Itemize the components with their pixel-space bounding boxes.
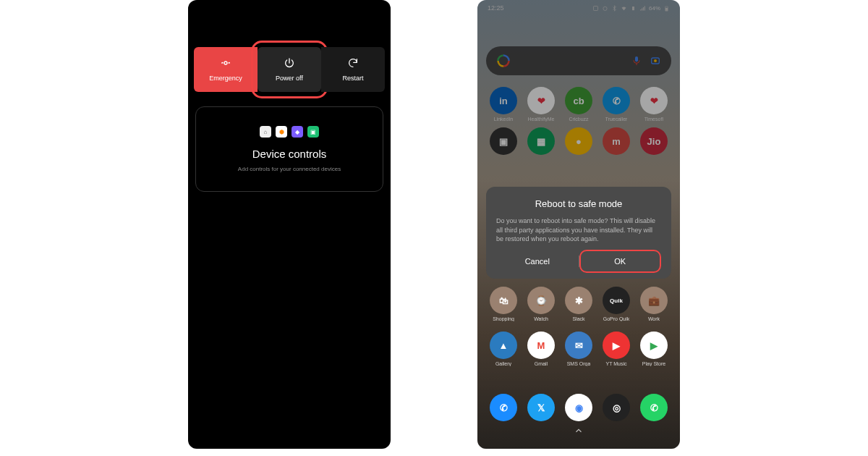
app-icon: ⌚ <box>527 287 555 314</box>
svg-rect-3 <box>632 6 634 9</box>
app-icon: ✱ <box>565 287 592 314</box>
app-label: Gallery <box>495 361 511 366</box>
svg-point-2 <box>603 7 607 10</box>
app-row-4: ▲GalleryMGmail✉SMS Orga▶YT Music▶Play St… <box>477 329 680 369</box>
status-indicators: 64% <box>592 5 670 12</box>
bluetooth-icon <box>611 5 618 12</box>
restart-label: Restart <box>342 75 363 82</box>
battery-icon <box>663 5 670 12</box>
app-item[interactable]: m <box>597 127 635 157</box>
dc-icon-3: ◆ <box>292 126 303 138</box>
svg-point-12 <box>654 59 657 62</box>
app-item[interactable]: ❤HealthifyMe <box>522 87 560 122</box>
dialog-body: Do you want to reboot into safe mode? Th… <box>496 216 661 244</box>
svg-rect-1 <box>593 6 597 10</box>
restart-icon <box>347 57 359 70</box>
app-label: Work <box>648 316 660 321</box>
svg-rect-5 <box>665 7 668 10</box>
app-icon: Jio <box>640 127 668 155</box>
app-icon: cb <box>565 87 592 114</box>
ok-button[interactable]: OK <box>579 250 662 273</box>
dock: ✆𝕏◉◎✆ <box>477 394 680 421</box>
app-item[interactable]: ● <box>560 127 597 157</box>
safe-mode-dialog: Reboot to safe mode Do you want to reboo… <box>486 187 671 279</box>
app-label: GoPro Quik <box>603 316 630 321</box>
app-label: TimesofI <box>644 117 664 122</box>
app-item[interactable]: ✉SMS Orga <box>560 332 597 366</box>
app-item[interactable]: QuikGoPro Quik <box>597 287 635 321</box>
dock-app-camera[interactable]: ◎ <box>603 394 630 421</box>
app-label: SMS Orga <box>567 361 591 366</box>
app-item[interactable]: ▦ <box>522 127 560 157</box>
app-label: Cricbuzz <box>569 117 588 122</box>
app-icon: ▦ <box>527 127 555 155</box>
app-icon: ▶ <box>603 332 630 359</box>
app-row-3: 🛍Shopping⌚Watch✱SlackQuikGoPro Quik💼Work <box>477 284 680 324</box>
device-controls-card[interactable]: ⌂ ⬢ ◆ ▣ Device controls Add controls for… <box>195 106 383 192</box>
app-item[interactable]: ▣ <box>485 127 522 157</box>
app-item[interactable]: ❤TimesofI <box>635 87 673 122</box>
app-item[interactable]: Jio <box>635 127 673 157</box>
status-time: 12:25 <box>488 4 504 12</box>
svg-point-0 <box>224 62 227 64</box>
device-controls-title: Device controls <box>203 148 375 160</box>
mic-icon[interactable] <box>631 55 642 67</box>
app-icon: ✉ <box>565 332 592 359</box>
dock-app-twitter[interactable]: 𝕏 <box>527 394 555 421</box>
battery-text: 64% <box>649 5 660 12</box>
drawer-handle-icon[interactable] <box>574 426 584 439</box>
app-icon: ▣ <box>490 127 517 155</box>
app-item[interactable]: ⌚Watch <box>522 287 560 321</box>
cancel-button[interactable]: Cancel <box>496 250 579 273</box>
restart-button[interactable]: Restart <box>321 47 385 92</box>
app-icon: ❤ <box>527 87 555 114</box>
app-item[interactable]: ▲Gallery <box>485 332 522 366</box>
app-label: Shopping <box>493 316 514 321</box>
dc-icon-1: ⌂ <box>260 126 271 138</box>
app-item[interactable]: 🛍Shopping <box>485 287 522 321</box>
power-icon <box>284 57 295 70</box>
device-controls-icons: ⌂ ⬢ ◆ ▣ <box>203 126 375 138</box>
app-row-2: ▣▦●mJio <box>477 124 680 160</box>
lens-icon[interactable] <box>650 55 661 67</box>
alarm-icon <box>602 5 608 12</box>
app-icon: ▲ <box>490 332 517 359</box>
app-item[interactable]: ▶Play Store <box>635 332 673 366</box>
dc-icon-4: ▣ <box>307 126 319 138</box>
svg-rect-10 <box>635 56 638 62</box>
phone-safe-mode-dialog: 12:25 64% inLinkedIn❤HealthifyMecbCricbu… <box>477 0 680 449</box>
app-icon: in <box>490 87 517 114</box>
app-item[interactable]: ✱Slack <box>560 287 597 321</box>
dock-app-chrome[interactable]: ◉ <box>565 394 592 421</box>
power-off-button[interactable]: Power off <box>258 47 321 92</box>
app-icon: Quik <box>603 287 630 314</box>
dc-icon-2: ⬢ <box>276 126 287 138</box>
app-icon: 🛍 <box>490 287 517 314</box>
emergency-button[interactable]: Emergency <box>194 47 258 92</box>
app-item[interactable]: ✆Truecaller <box>597 87 635 122</box>
app-icon: M <box>527 332 555 359</box>
app-item[interactable]: inLinkedIn <box>485 87 522 122</box>
power-actions-row: Emergency Power off Restart <box>188 47 391 92</box>
emergency-label: Emergency <box>209 75 242 82</box>
app-item[interactable]: MGmail <box>522 332 560 366</box>
power-off-label: Power off <box>276 75 303 82</box>
app-item[interactable]: ▶YT Music <box>597 332 635 366</box>
app-icon: 💼 <box>640 287 668 314</box>
status-bar: 12:25 64% <box>477 0 680 16</box>
app-icon: ✆ <box>603 87 630 114</box>
nfc-icon <box>592 5 599 12</box>
vibrate-icon <box>630 5 637 12</box>
dialog-title: Reboot to safe mode <box>496 198 661 209</box>
google-search-bar[interactable] <box>486 46 671 75</box>
app-icon: ▶ <box>640 332 668 359</box>
app-label: YT Music <box>605 361 626 366</box>
app-icon: ● <box>565 127 592 155</box>
app-row-1: inLinkedIn❤HealthifyMecbCricbuzz✆Truecal… <box>477 84 680 124</box>
dock-app-phone[interactable]: ✆ <box>490 394 517 421</box>
app-item[interactable]: 💼Work <box>635 287 673 321</box>
app-label: HealthifyMe <box>528 117 555 122</box>
dock-app-whatsapp[interactable]: ✆ <box>640 394 668 421</box>
app-item[interactable]: cbCricbuzz <box>560 87 597 122</box>
emergency-icon <box>220 57 231 70</box>
